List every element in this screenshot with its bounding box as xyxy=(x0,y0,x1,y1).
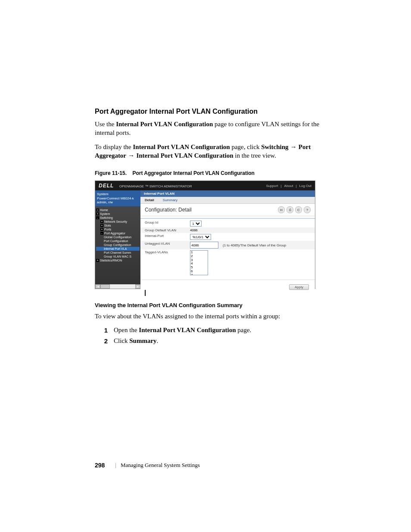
nav-statistics-rmon[interactable]: +Statistics/RMON xyxy=(96,258,140,262)
page-name: Internal Port VLAN Configuration xyxy=(139,327,236,333)
app-screenshot: DELL OPENMANAGE ™ SWITCH ADMINISTRATOR S… xyxy=(95,180,315,289)
step-2: 2 Click Summary. xyxy=(95,336,325,345)
nav-group-vlan-mac[interactable]: Group VLAN MAC S xyxy=(96,255,140,258)
nav-ports[interactable]: +Ports xyxy=(96,227,140,231)
nav-label: Ports xyxy=(104,228,111,231)
page-name: Internal Port VLAN Configuration xyxy=(133,143,230,150)
nav-switching[interactable]: -Switching xyxy=(96,216,140,220)
about-link[interactable]: About xyxy=(284,184,293,188)
text: To display the xyxy=(95,143,133,150)
list-item[interactable]: 5 xyxy=(191,266,207,270)
nav-port-aggregator[interactable]: -Port Aggregator xyxy=(96,231,140,235)
text-cursor xyxy=(145,290,146,296)
nav-step: Internal Port VLAN Configuration xyxy=(136,152,233,159)
text: Click xyxy=(114,337,129,344)
figure-caption: Figure 11-15. Port Aggregator Internal P… xyxy=(95,170,325,176)
apply-button[interactable]: Apply xyxy=(289,284,309,290)
nav-global-config[interactable]: Global Configuration xyxy=(96,235,140,239)
footer-separator: | xyxy=(115,462,116,469)
nav-system-node[interactable]: +System xyxy=(96,212,140,216)
paragraph-use: Use the Internal Port VLAN Configuration… xyxy=(95,120,325,137)
nav-home[interactable]: =Home xyxy=(96,208,140,212)
nav-sidebar: System PowerConnect M8024-k admin, r/w =… xyxy=(95,190,140,289)
expand-icon[interactable]: + xyxy=(96,212,99,215)
expand-icon[interactable]: + xyxy=(100,224,103,227)
list-item[interactable]: 4 xyxy=(191,262,207,266)
collapse-icon[interactable]: - xyxy=(100,232,103,235)
panel-icons: H ⎙ C ? xyxy=(278,206,311,213)
panel-title: Configuration: Detail xyxy=(145,207,192,213)
group-id-label: Group Id xyxy=(145,221,190,224)
nav-slots[interactable]: +Slots xyxy=(96,224,140,227)
scroll-track[interactable] xyxy=(100,284,135,289)
subsection-heading: Viewing the Internal Port VLAN Configura… xyxy=(95,302,325,308)
group-default-vlan-label: Group Default VLAN xyxy=(145,228,190,232)
brand-logo: DELL xyxy=(99,183,114,189)
refresh-icon[interactable]: C xyxy=(295,206,302,213)
logout-link[interactable]: Log Out xyxy=(299,184,311,188)
internal-port-select[interactable]: Te1/0/1 xyxy=(190,234,211,240)
list-item[interactable]: 6 xyxy=(191,270,207,274)
paragraph-navigation: To display the Internal Port VLAN Config… xyxy=(95,143,325,160)
expand-icon[interactable]: + xyxy=(100,220,103,223)
page-number: 298 xyxy=(95,462,105,469)
nav-system: System xyxy=(97,192,139,196)
nav-label: Network Security xyxy=(104,220,127,223)
help-icon[interactable]: ? xyxy=(304,206,311,213)
arrow-icon: → xyxy=(289,143,299,150)
list-item[interactable]: 2 xyxy=(191,255,207,258)
arrow-icon: → xyxy=(126,152,136,159)
list-item[interactable]: 1 xyxy=(191,251,207,255)
nav-network-security[interactable]: +Network Security xyxy=(96,220,140,224)
separator: | xyxy=(296,184,296,188)
scroll-thumb[interactable] xyxy=(100,284,110,289)
support-link[interactable]: Support xyxy=(266,184,278,188)
scroll-left-button[interactable]: ◀ xyxy=(95,284,100,289)
group-id-select[interactable]: 1 xyxy=(190,221,202,227)
print-icon[interactable]: ⎙ xyxy=(286,206,293,213)
tagged-vlans-label: Tagged-VLANs xyxy=(145,250,190,254)
tree-icon: = xyxy=(96,208,99,212)
list-item[interactable]: 7 xyxy=(191,274,207,275)
app-topbar: DELL OPENMANAGE ™ SWITCH ADMINISTRATOR S… xyxy=(95,181,315,190)
text: in the tree view. xyxy=(234,152,276,159)
text: Use the xyxy=(95,121,116,128)
nav-header: System PowerConnect M8024-k admin, r/w xyxy=(95,190,140,206)
nav-port-channel-summary[interactable]: Port Channel Summ xyxy=(96,251,140,255)
nav-tree: =Home +System -Switching +Network Securi… xyxy=(95,206,140,262)
untagged-vlan-label: Untagged-VLAN xyxy=(145,242,190,246)
text: page, click xyxy=(230,143,261,150)
config-form: Group Id 1 Group Default VLAN 4086 Inter… xyxy=(140,216,315,300)
nav-device: PowerConnect M8024-k xyxy=(97,196,139,201)
tagged-vlans-listbox[interactable]: 1 2 3 4 5 6 7 xyxy=(190,250,208,275)
tab-summary[interactable]: Summary xyxy=(159,197,182,203)
expand-icon[interactable]: + xyxy=(100,228,103,231)
content-title-bar: Internal Port VLAN xyxy=(140,190,315,197)
nav-group-config[interactable]: Group Configuration xyxy=(96,243,140,247)
untagged-vlan-input[interactable] xyxy=(190,242,218,249)
expand-icon[interactable]: + xyxy=(96,259,99,262)
scroll-right-button[interactable]: ▶ xyxy=(135,284,140,289)
tab-detail[interactable]: Detail xyxy=(140,197,159,203)
nav-internal-port-vlan[interactable]: Internal Port VLA xyxy=(96,247,140,251)
nav-label: Slots xyxy=(104,224,111,227)
subsection-intro: To view about the VLANs assigned to the … xyxy=(95,312,325,320)
figure-label: Figure 11-15. xyxy=(95,170,127,176)
collapse-icon[interactable]: - xyxy=(96,216,99,219)
nav-label: System xyxy=(100,212,110,215)
text: . xyxy=(157,337,159,344)
horizontal-scrollbar[interactable]: ◀ ▶ xyxy=(95,284,140,289)
top-links: Support| About| Log Out xyxy=(266,184,311,188)
internal-port-label: Internal-Port xyxy=(145,234,190,238)
nav-port-config[interactable]: Port Configuration xyxy=(96,239,140,243)
panel-title-row: Configuration: Detail H ⎙ C ? xyxy=(140,204,315,216)
save-icon[interactable]: H xyxy=(278,206,285,213)
nav-label: Home xyxy=(100,208,108,212)
step-1: 1 Open the Internal Port VLAN Configurat… xyxy=(95,326,325,335)
text: page. xyxy=(236,327,251,333)
list-item[interactable]: 3 xyxy=(191,258,207,262)
page-footer: 298 | Managing General System Settings xyxy=(95,462,325,469)
nav-label: Statistics/RMON xyxy=(100,259,122,262)
text: Open the xyxy=(114,327,139,333)
nav-label: Switching xyxy=(100,216,113,219)
